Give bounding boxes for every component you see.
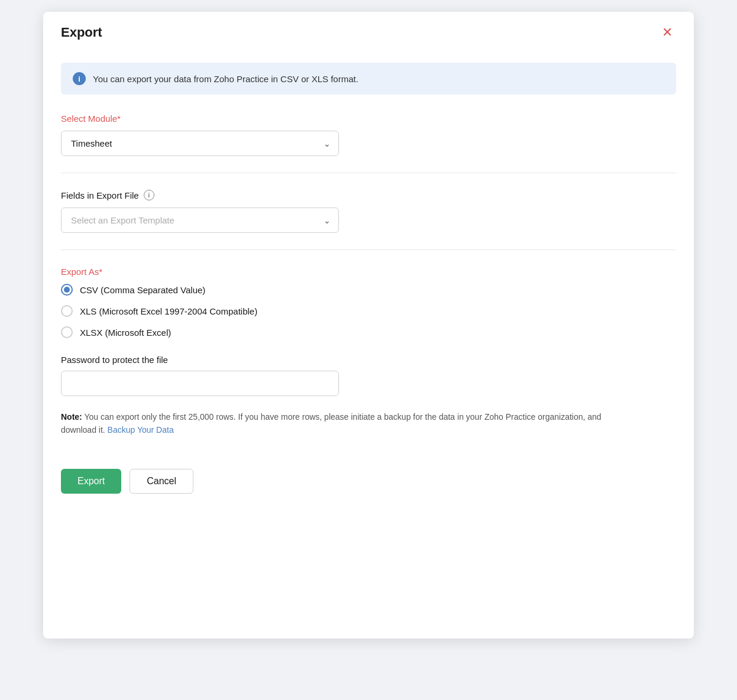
- modal-title: Export: [61, 25, 102, 40]
- modal-footer: Export Cancel: [43, 455, 694, 511]
- note-section: Note: You can export only the first 25,0…: [61, 410, 623, 437]
- close-button[interactable]: ✕: [658, 25, 676, 40]
- password-section: Password to protect the file: [61, 355, 676, 396]
- modal-body: i You can export your data from Zoho Pra…: [43, 51, 694, 455]
- radio-csv-inner: [64, 287, 70, 293]
- radio-csv[interactable]: CSV (Comma Separated Value): [61, 284, 676, 296]
- module-select[interactable]: Timesheet: [61, 131, 339, 156]
- divider-1: [61, 173, 676, 173]
- radio-xlsx-input[interactable]: [61, 326, 73, 338]
- module-select-wrapper: Timesheet ⌄: [61, 131, 339, 156]
- password-label: Password to protect the file: [61, 355, 676, 365]
- export-as-section: Export As* CSV (Comma Separated Value) X…: [61, 267, 676, 338]
- radio-xls[interactable]: XLS (Microsoft Excel 1997-2004 Compatibl…: [61, 305, 676, 317]
- fields-info-icon[interactable]: i: [144, 190, 154, 200]
- radio-csv-input[interactable]: [61, 284, 73, 296]
- radio-csv-label: CSV (Comma Separated Value): [80, 285, 205, 295]
- export-as-label: Export As*: [61, 267, 676, 277]
- fields-section: Fields in Export File i Select an Export…: [61, 190, 676, 233]
- template-select-wrapper: Select an Export Template ⌄: [61, 208, 339, 233]
- modal-header: Export ✕: [43, 12, 694, 51]
- radio-xlsx[interactable]: XLSX (Microsoft Excel): [61, 326, 676, 338]
- info-banner: i You can export your data from Zoho Pra…: [61, 63, 676, 95]
- radio-xlsx-label: XLSX (Microsoft Excel): [80, 328, 171, 338]
- info-icon: i: [73, 72, 86, 85]
- note-prefix: Note:: [61, 412, 82, 422]
- export-format-group: CSV (Comma Separated Value) XLS (Microso…: [61, 284, 676, 338]
- export-modal: Export ✕ i You can export your data from…: [43, 12, 694, 639]
- password-input[interactable]: [61, 371, 339, 396]
- fields-label: Fields in Export File i: [61, 190, 676, 200]
- divider-2: [61, 249, 676, 250]
- select-module-section: Select Module* Timesheet ⌄: [61, 114, 676, 156]
- radio-xls-label: XLS (Microsoft Excel 1997-2004 Compatibl…: [80, 306, 257, 316]
- template-select[interactable]: Select an Export Template: [61, 208, 339, 233]
- info-banner-text: You can export your data from Zoho Pract…: [93, 74, 358, 84]
- cancel-button[interactable]: Cancel: [130, 469, 193, 494]
- backup-link[interactable]: Backup Your Data: [108, 425, 174, 435]
- fields-label-text: Fields in Export File: [61, 190, 139, 200]
- radio-xls-input[interactable]: [61, 305, 73, 317]
- export-button[interactable]: Export: [61, 469, 121, 494]
- select-module-label: Select Module*: [61, 114, 676, 124]
